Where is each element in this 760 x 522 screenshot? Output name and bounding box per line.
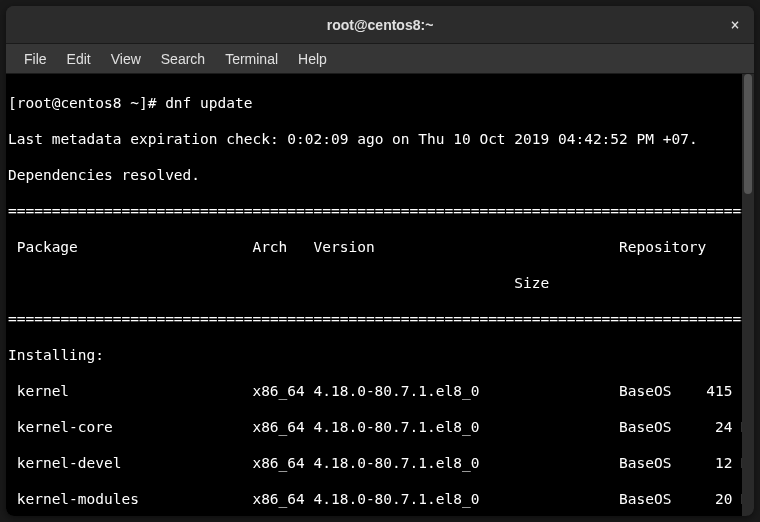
menu-view[interactable]: View (101, 47, 151, 71)
menu-file[interactable]: File (14, 47, 57, 71)
titlebar: root@centos8:~ × (6, 6, 754, 44)
terminal-window: root@centos8:~ × File Edit View Search T… (6, 6, 754, 516)
scrollbar[interactable] (742, 74, 754, 516)
hdr-repo: Repository (619, 238, 706, 256)
divider: ========================================… (8, 310, 742, 328)
scrollbar-thumb[interactable] (744, 74, 752, 194)
close-icon[interactable]: × (726, 16, 744, 34)
terminal-area: [root@centos8 ~]# dnf update Last metada… (6, 74, 754, 516)
divider: ========================================… (8, 202, 742, 220)
hdr-version: Version (314, 238, 620, 256)
table-header-size: Size (8, 274, 742, 292)
table-row: kernelx86_644.18.0-80.7.1.el8_0BaseOS415… (8, 382, 742, 400)
table-row: kernel-corex86_644.18.0-80.7.1.el8_0Base… (8, 418, 742, 436)
meta-line: Last metadata expiration check: 0:02:09 … (8, 130, 742, 148)
table-row: kernel-develx86_644.18.0-80.7.1.el8_0Bas… (8, 454, 742, 472)
menu-search[interactable]: Search (151, 47, 215, 71)
deps-line: Dependencies resolved. (8, 166, 742, 184)
window-title: root@centos8:~ (327, 17, 434, 33)
hdr-size: Size (8, 274, 549, 292)
hdr-package: Package (17, 238, 253, 256)
menu-edit[interactable]: Edit (57, 47, 101, 71)
terminal-output[interactable]: [root@centos8 ~]# dnf update Last metada… (6, 74, 742, 516)
hdr-arch: Arch (252, 238, 313, 256)
menu-terminal[interactable]: Terminal (215, 47, 288, 71)
installing-label: Installing: (8, 346, 742, 364)
table-header: PackageArchVersionRepository (8, 238, 742, 256)
menu-help[interactable]: Help (288, 47, 337, 71)
menubar: File Edit View Search Terminal Help (6, 44, 754, 74)
table-row: kernel-modulesx86_644.18.0-80.7.1.el8_0B… (8, 490, 742, 508)
prompt-line: [root@centos8 ~]# dnf update (8, 94, 742, 112)
